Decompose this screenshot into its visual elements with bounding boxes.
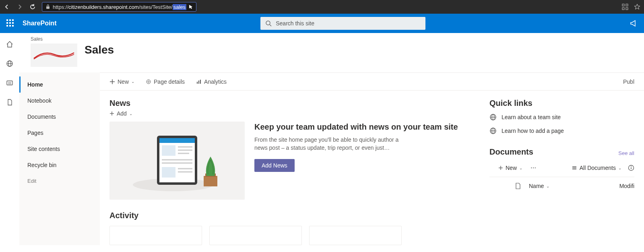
info-icon[interactable] bbox=[628, 165, 634, 171]
site-title: Sales bbox=[85, 36, 114, 56]
svg-rect-26 bbox=[162, 145, 175, 156]
column-name[interactable]: Name ⌄ bbox=[529, 183, 611, 189]
nav-edit[interactable]: Edit bbox=[19, 173, 100, 189]
app-launcher-icon[interactable] bbox=[6, 19, 14, 27]
plus-icon bbox=[109, 111, 114, 116]
nav-home[interactable]: Home bbox=[19, 76, 100, 93]
news-hero-title: Keep your team updated with news on your… bbox=[254, 122, 458, 132]
quicklink-add-page[interactable]: Learn how to add a page bbox=[489, 124, 634, 138]
nav-documents[interactable]: Documents bbox=[19, 109, 100, 125]
activity-card[interactable] bbox=[209, 226, 302, 245]
home-icon[interactable] bbox=[6, 40, 14, 48]
list-icon bbox=[572, 165, 577, 171]
url-text: https://citizenbuilders.sharepoint.com/s… bbox=[53, 4, 186, 10]
chevron-down-icon: ⌄ bbox=[131, 79, 134, 84]
svg-rect-3 bbox=[622, 8, 624, 10]
new-button[interactable]: New ⌄ bbox=[109, 78, 134, 85]
news-illustration bbox=[109, 122, 245, 200]
chevron-down-icon: ⌄ bbox=[546, 184, 549, 188]
documents-new-button[interactable]: New ⌄ bbox=[498, 165, 522, 171]
plus-icon bbox=[498, 165, 503, 170]
documents-more-button[interactable]: ⋯ bbox=[530, 165, 536, 171]
nav-pages[interactable]: Pages bbox=[19, 125, 100, 141]
page-details-button[interactable]: Page details bbox=[146, 78, 185, 85]
svg-point-15 bbox=[147, 80, 151, 84]
breadcrumb[interactable]: Sales bbox=[31, 36, 77, 43]
svg-rect-32 bbox=[162, 167, 175, 178]
app-rail bbox=[0, 33, 19, 252]
reload-button[interactable] bbox=[29, 3, 36, 10]
svg-line-6 bbox=[270, 25, 271, 26]
publish-button[interactable]: Publ bbox=[623, 78, 634, 85]
search-placeholder: Search this site bbox=[276, 20, 314, 27]
command-bar: New ⌄ Page details Analytics Publ bbox=[100, 73, 644, 91]
news-icon[interactable] bbox=[6, 79, 14, 87]
plus-icon bbox=[109, 79, 115, 85]
chevron-down-icon: ⌄ bbox=[129, 112, 132, 116]
cursor-icon bbox=[189, 4, 193, 9]
globe-icon bbox=[489, 127, 497, 134]
documents-columns: Name ⌄ Modifi bbox=[489, 177, 634, 195]
documents-toolbar: New ⌄ ⋯ All Documents ⌄ bbox=[498, 165, 634, 171]
search-icon bbox=[265, 20, 272, 27]
svg-rect-2 bbox=[626, 4, 628, 6]
svg-rect-35 bbox=[204, 176, 217, 186]
svg-point-50 bbox=[631, 166, 632, 167]
svg-point-5 bbox=[266, 21, 270, 25]
star-icon[interactable] bbox=[634, 3, 641, 10]
svg-rect-10 bbox=[7, 81, 12, 85]
product-label[interactable]: SharePoint bbox=[23, 20, 56, 27]
news-title: News bbox=[109, 99, 473, 108]
site-logo[interactable] bbox=[31, 43, 77, 67]
quicklinks-title: Quick links bbox=[489, 99, 634, 108]
svg-rect-19 bbox=[200, 80, 201, 84]
site-header: Sales Sales bbox=[19, 33, 644, 72]
analytics-button[interactable]: Analytics bbox=[196, 78, 227, 85]
svg-rect-17 bbox=[197, 82, 198, 84]
activity-card[interactable] bbox=[309, 226, 402, 245]
file-icon bbox=[515, 183, 521, 189]
quicklink-team-site[interactable]: Learn about a team site bbox=[489, 110, 634, 124]
browser-toolbar: https://citizenbuilders.sharepoint.com/s… bbox=[0, 0, 644, 14]
news-add-button[interactable]: Add ⌄ bbox=[109, 110, 473, 117]
svg-rect-4 bbox=[626, 8, 628, 10]
nav-recycle-bin[interactable]: Recycle bin bbox=[19, 157, 100, 173]
globe-icon[interactable] bbox=[6, 60, 14, 68]
left-nav: Home Notebook Documents Pages Site conte… bbox=[19, 72, 100, 245]
gear-icon bbox=[146, 79, 151, 85]
activity-title: Activity bbox=[109, 211, 473, 220]
nav-notebook[interactable]: Notebook bbox=[19, 93, 100, 109]
qr-icon[interactable] bbox=[621, 3, 629, 10]
search-box[interactable]: Search this site bbox=[260, 17, 425, 30]
svg-rect-25 bbox=[159, 138, 195, 143]
add-news-button[interactable]: Add News bbox=[254, 159, 295, 172]
documents-view-toggle[interactable]: All Documents ⌄ bbox=[572, 165, 621, 171]
column-modified[interactable]: Modifi bbox=[619, 183, 634, 189]
nav-site-contents[interactable]: Site contents bbox=[19, 141, 100, 157]
documents-see-all[interactable]: See all bbox=[618, 150, 634, 156]
sharepoint-header: SharePoint Search this site bbox=[0, 14, 644, 33]
activity-card[interactable] bbox=[109, 226, 202, 245]
documents-title: Documents bbox=[489, 147, 533, 157]
globe-icon bbox=[489, 114, 497, 121]
svg-rect-0 bbox=[46, 6, 50, 9]
chevron-down-icon: ⌄ bbox=[519, 166, 522, 170]
megaphone-icon[interactable] bbox=[630, 19, 638, 27]
lock-icon bbox=[45, 4, 50, 9]
address-bar[interactable]: https://citizenbuilders.sharepoint.com/s… bbox=[42, 2, 196, 12]
back-button[interactable] bbox=[3, 3, 10, 10]
svg-rect-1 bbox=[622, 4, 624, 6]
forward-button[interactable] bbox=[16, 3, 23, 10]
chevron-down-icon: ⌄ bbox=[618, 166, 621, 170]
chart-icon bbox=[196, 79, 202, 85]
svg-point-16 bbox=[148, 81, 149, 83]
svg-rect-18 bbox=[198, 81, 199, 84]
news-hero-body: From the site home page you'll be able t… bbox=[254, 136, 399, 152]
activity-cards bbox=[109, 226, 473, 245]
files-icon[interactable] bbox=[6, 98, 14, 106]
